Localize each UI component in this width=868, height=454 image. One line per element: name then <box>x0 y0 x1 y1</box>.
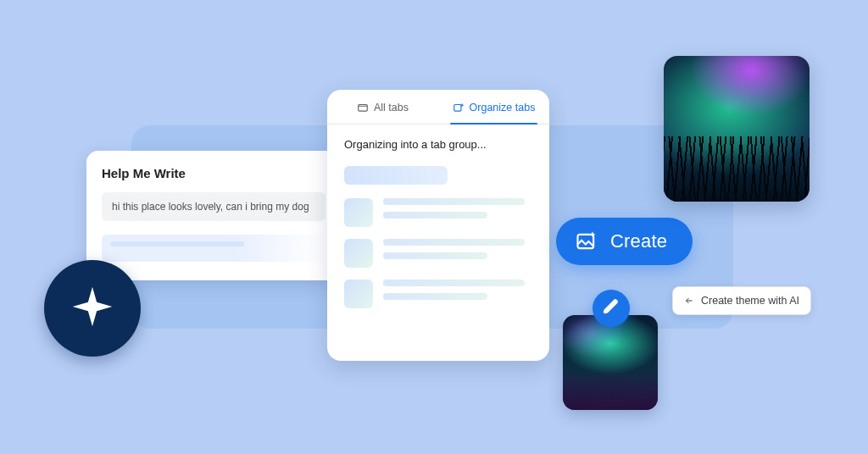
svg-rect-0 <box>359 105 368 112</box>
help-me-write-title: Help Me Write <box>102 166 326 180</box>
skeleton-line <box>383 239 525 246</box>
help-me-write-card: Help Me Write hi this place looks lovely… <box>86 151 341 280</box>
organize-tabs-card: All tabs Organize tabs Organizing into a… <box>327 90 549 361</box>
skeleton-line <box>383 198 525 205</box>
skeleton-line <box>383 293 487 300</box>
organize-body: Organizing into a tab group... <box>327 125 549 337</box>
tab-organize-tabs[interactable]: Organize tabs <box>438 90 549 124</box>
organize-tab-strip: All tabs Organize tabs <box>327 90 549 125</box>
organize-status-text: Organizing into a tab group... <box>344 138 532 151</box>
svg-rect-1 <box>453 105 460 112</box>
tab-all-tabs-label: All tabs <box>374 102 409 114</box>
skeleton-line <box>383 212 487 219</box>
skeleton-group-title <box>344 166 448 185</box>
skeleton-favicon <box>344 198 373 227</box>
pencil-icon <box>603 298 620 318</box>
skeleton-tab-row <box>344 280 532 308</box>
skeleton-favicon <box>344 239 373 268</box>
help-me-write-input[interactable]: hi this place looks lovely, can i bring … <box>102 192 326 221</box>
create-button-label: Create <box>610 230 667 252</box>
sparkle-star-icon <box>69 283 116 334</box>
create-button[interactable]: Create <box>556 218 693 265</box>
tab-all-tabs[interactable]: All tabs <box>327 90 438 124</box>
skeleton-tab-row <box>344 239 532 268</box>
aurora-theme-preview-small <box>563 315 658 410</box>
arrow-left-icon <box>684 296 694 306</box>
aurora-theme-preview-large <box>664 56 810 202</box>
skeleton-line <box>383 280 525 286</box>
help-me-write-result-skeleton <box>102 235 326 262</box>
skeleton-line <box>383 252 487 259</box>
skeleton-tab-row <box>344 198 532 227</box>
tabs-icon <box>357 102 369 114</box>
skeleton-favicon <box>344 280 373 308</box>
tab-organize-tabs-label: Organize tabs <box>470 102 536 114</box>
create-theme-chip-label: Create theme with AI <box>701 295 799 307</box>
create-theme-chip[interactable]: Create theme with AI <box>672 286 811 315</box>
edit-fab[interactable] <box>593 290 630 327</box>
image-sparkle-icon <box>575 230 598 253</box>
ai-star-badge <box>44 260 141 357</box>
organize-sparkle-icon <box>453 102 465 114</box>
